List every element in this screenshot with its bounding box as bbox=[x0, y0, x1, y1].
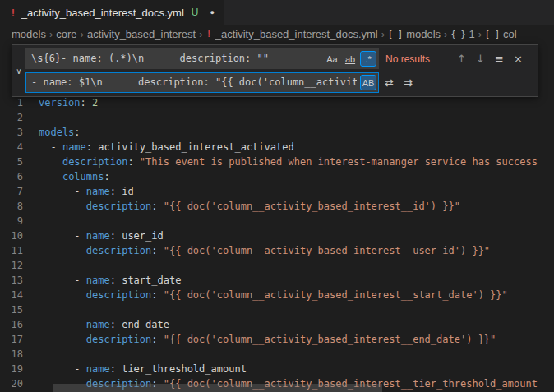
breadcrumb-item[interactable]: [ ]col bbox=[485, 28, 517, 40]
line-number: 3 bbox=[0, 125, 23, 140]
code-line-text: - name: user_id bbox=[23, 228, 164, 243]
line-number: 6 bbox=[0, 169, 23, 184]
code-line-text: description: "{{ doc('column__activity_b… bbox=[23, 332, 496, 347]
code-line-text: columns: bbox=[23, 169, 110, 184]
code-line[interactable]: 13 - name: start_date bbox=[0, 273, 554, 288]
code-line-text bbox=[23, 214, 39, 228]
code-line-text: version: 2 bbox=[23, 95, 98, 110]
code-line[interactable]: 8 description: "{{ doc('column__activity… bbox=[0, 199, 554, 214]
line-number: 15 bbox=[0, 302, 23, 317]
replace-row: - name: $1\n description: "{{ doc('colum… bbox=[25, 72, 534, 93]
line-number: 19 bbox=[0, 362, 23, 376]
replace-all-button[interactable]: ⇉ bbox=[399, 74, 417, 91]
array-icon: [ ] bbox=[485, 30, 500, 39]
code-line[interactable]: 6 columns: bbox=[0, 169, 554, 184]
breadcrumb-separator-icon: › bbox=[381, 28, 385, 40]
find-input[interactable]: \s{6}- name: (.*)\n description: "" bbox=[26, 49, 319, 68]
code-line[interactable]: 10 - name: user_id bbox=[0, 228, 554, 243]
code-line-text: - name: id bbox=[23, 184, 134, 199]
editor-tab[interactable]: ! _activity_based_interest_docs.yml U ● bbox=[0, 0, 224, 25]
preserve-case-toggle[interactable]: AB bbox=[360, 75, 376, 90]
code-line-text bbox=[23, 347, 39, 362]
breadcrumb: models›core›activity_based_interest›!_ac… bbox=[0, 25, 554, 43]
replace-all-icon: ⇉ bbox=[404, 76, 413, 89]
replace-input[interactable]: - name: $1\n description: "{{ doc('colum… bbox=[26, 73, 357, 92]
code-line[interactable]: 2 bbox=[0, 110, 554, 125]
chevron-down-icon: ∨ bbox=[16, 67, 21, 76]
code-line-text bbox=[23, 302, 39, 317]
breadcrumb-label: activity_based_interest bbox=[87, 28, 196, 40]
code-line[interactable]: 17 description: "{{ doc('column__activit… bbox=[0, 332, 554, 347]
code-line[interactable]: 11 description: "{{ doc('column__activit… bbox=[0, 243, 554, 258]
breadcrumb-separator-icon: › bbox=[444, 28, 447, 40]
line-number: 5 bbox=[0, 154, 23, 169]
tab-filename: _activity_based_interest_docs.yml bbox=[21, 7, 184, 19]
tab-bar: ! _activity_based_interest_docs.yml U ● bbox=[0, 0, 554, 25]
line-number: 13 bbox=[0, 273, 23, 288]
code-line[interactable]: 9 bbox=[0, 214, 554, 228]
line-number: 4 bbox=[0, 140, 23, 154]
code-line-text: - name: start_date bbox=[23, 273, 181, 288]
selection-lines-icon: ≡ bbox=[495, 53, 504, 65]
breadcrumb-item[interactable]: activity_based_interest bbox=[87, 28, 196, 40]
close-icon: × bbox=[514, 53, 523, 65]
find-options: Aaab.* bbox=[324, 51, 376, 67]
next-match-button[interactable]: ↓ bbox=[472, 50, 489, 67]
code-line-text bbox=[23, 258, 39, 273]
line-number: 8 bbox=[0, 199, 23, 214]
code-line[interactable]: 19 - name: tier_threshold_amount bbox=[0, 362, 554, 376]
breadcrumb-item[interactable]: !_activity_based_interest_docs.yml bbox=[206, 28, 378, 40]
whole-word-toggle[interactable]: ab bbox=[342, 51, 358, 67]
code-line[interactable]: 14 description: "{{ doc('column__activit… bbox=[0, 288, 554, 302]
code-line[interactable]: 7 - name: id bbox=[0, 184, 554, 199]
replace-button[interactable]: ⇄ bbox=[381, 74, 398, 91]
line-number: 9 bbox=[0, 214, 23, 228]
breadcrumb-label: col bbox=[503, 28, 517, 40]
unsaved-dot-icon[interactable]: ● bbox=[210, 8, 215, 16]
line-number: 20 bbox=[0, 376, 23, 391]
code-line-text: models: bbox=[23, 125, 81, 140]
line-number: 2 bbox=[0, 110, 23, 125]
line-number: 11 bbox=[0, 243, 23, 258]
line-number: 16 bbox=[0, 317, 23, 332]
breadcrumb-label: models bbox=[406, 28, 441, 40]
close-find-widget-button[interactable]: × bbox=[510, 50, 527, 67]
code-line-text: description: "{{ doc('column__activity_b… bbox=[23, 288, 508, 302]
line-number: 1 bbox=[0, 95, 23, 110]
code-line[interactable]: 4 - name: activity_based_interest_activa… bbox=[0, 140, 554, 154]
vscode-window: ! _activity_based_interest_docs.yml U ● … bbox=[0, 0, 554, 392]
breadcrumb-item[interactable]: models bbox=[12, 28, 46, 40]
code-line-text: - name: end_date bbox=[23, 317, 169, 332]
find-in-selection-button[interactable]: ≡ bbox=[491, 50, 508, 67]
line-number: 12 bbox=[0, 258, 23, 273]
breadcrumb-separator-icon: › bbox=[49, 28, 53, 40]
previous-match-button[interactable]: ↑ bbox=[453, 50, 470, 67]
code-line[interactable]: 18 bbox=[0, 347, 554, 362]
code-line[interactable]: 3models: bbox=[0, 125, 554, 140]
array-icon: [ ] bbox=[388, 30, 403, 39]
breadcrumb-item[interactable]: core bbox=[56, 28, 76, 40]
breadcrumb-item[interactable]: { }1 bbox=[450, 28, 474, 40]
object-icon: { } bbox=[450, 30, 465, 39]
replace-icon: ⇄ bbox=[385, 76, 394, 89]
code-line[interactable]: 5 description: "This event is published … bbox=[0, 154, 554, 169]
code-line-text: - name: activity_based_interest_activate… bbox=[23, 140, 294, 154]
code-line[interactable]: 1version: 2 bbox=[0, 95, 554, 110]
line-number: 10 bbox=[0, 228, 23, 243]
find-replace-widget: ∨ \s{6}- name: (.*)\n description: "" Aa… bbox=[12, 44, 538, 97]
code-line[interactable]: 12 bbox=[0, 258, 554, 273]
line-number: 14 bbox=[0, 288, 23, 302]
breadcrumb-label: _activity_based_interest_docs.yml bbox=[215, 28, 378, 40]
regex-toggle[interactable]: .* bbox=[360, 51, 376, 67]
code-line[interactable]: 16 - name: end_date bbox=[0, 317, 554, 332]
breadcrumb-label: core bbox=[56, 28, 76, 40]
line-number: 18 bbox=[0, 347, 23, 362]
code-line-text: description: "{{ doc('column__activity_b… bbox=[23, 199, 460, 214]
code-line[interactable]: 15 bbox=[0, 302, 554, 317]
breadcrumb-item[interactable]: [ ]models bbox=[388, 28, 441, 40]
horizontal-scrollbar[interactable] bbox=[53, 384, 382, 392]
match-case-toggle[interactable]: Aa bbox=[324, 51, 340, 67]
toggle-replace-button[interactable]: ∨ bbox=[12, 45, 25, 96]
code-line-text: - name: tier_threshold_amount bbox=[23, 362, 247, 376]
find-row: \s{6}- name: (.*)\n description: "" Aaab… bbox=[25, 48, 534, 69]
